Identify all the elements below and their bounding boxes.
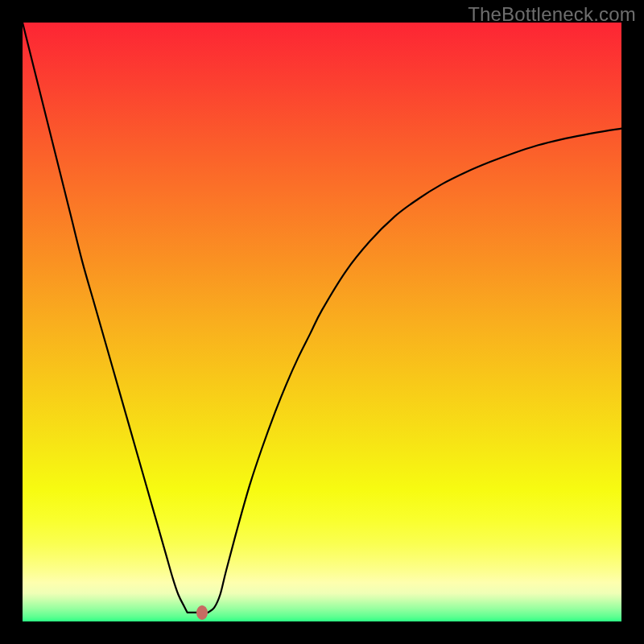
chart-frame: TheBottleneck.com [0,0,644,644]
curve-layer [23,23,621,621]
bottleneck-curve [23,23,621,613]
plot-area [23,23,621,621]
current-point-marker [196,605,208,620]
